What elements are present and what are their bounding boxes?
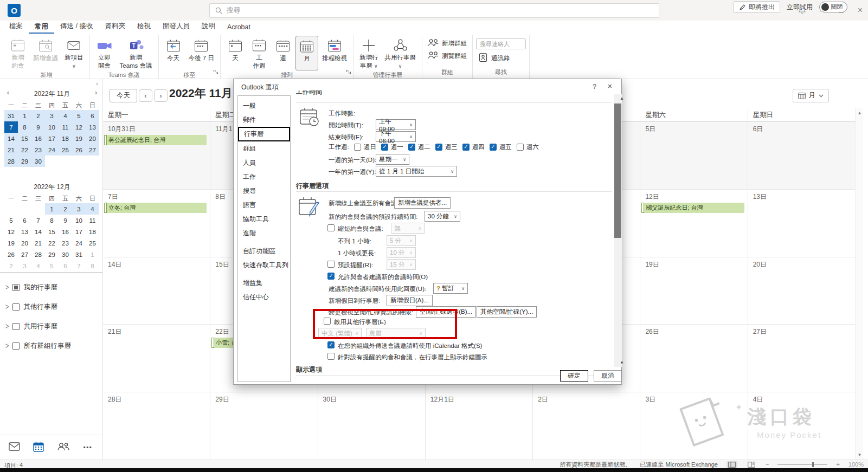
mini-day-cell[interactable]: 2 <box>31 110 45 121</box>
mini-day-cell[interactable]: 7 <box>72 260 86 271</box>
mini-day-cell[interactable]: 8 <box>18 121 31 133</box>
dialog-help-icon[interactable]: ? <box>593 83 596 90</box>
day-cell[interactable]: 21日 <box>103 325 210 392</box>
mini-day-cell[interactable]: 24 <box>72 237 86 249</box>
event-chip[interactable]: 蔣公誕辰紀念日; 台灣 <box>104 135 207 145</box>
group-list-button-1[interactable]: 瀏覽群組 <box>426 50 469 61</box>
menu-tab-6[interactable]: 說明 <box>196 20 221 34</box>
mini-day-cell[interactable]: 20 <box>86 133 99 144</box>
dialog-launcher-icon[interactable] <box>346 69 351 76</box>
day-cell[interactable]: 13日 <box>748 190 855 257</box>
mini-day-cell[interactable]: 26 <box>72 144 86 156</box>
cancel-button[interactable]: 取消 <box>594 370 622 382</box>
menu-tab-5[interactable]: 開發人員 <box>157 20 196 34</box>
mini-day-cell[interactable]: 21 <box>31 237 45 249</box>
menu-tab-0[interactable]: 檔案 <box>3 20 29 34</box>
mini-day-cell[interactable]: 24 <box>45 144 59 156</box>
mini-day-cell[interactable]: 23 <box>59 237 72 249</box>
day-cell[interactable]: 6日 <box>748 122 855 189</box>
sidebar-calendar-group-1[interactable]: >其他行事曆 <box>0 297 102 316</box>
workweek-checkbox-0[interactable] <box>354 144 361 151</box>
day-cell[interactable]: 28日 <box>103 392 210 460</box>
shorten-checkbox[interactable] <box>327 224 335 231</box>
default-reminder-checkbox[interactable] <box>327 261 335 268</box>
mini-day-cell[interactable]: 5 <box>72 110 86 121</box>
newitem-button[interactable]: 新項目∨ <box>62 36 86 70</box>
mini-day-cell[interactable]: 8 <box>45 215 59 226</box>
chevron-right-icon[interactable]: > <box>5 341 9 350</box>
dialog-nav-item-10[interactable]: 自訂功能區 <box>238 244 290 258</box>
mini-day-cell[interactable]: 1 <box>45 203 59 215</box>
day-cell[interactable]: 5日 <box>640 122 747 189</box>
prev-month-button[interactable]: ‹ <box>139 89 152 102</box>
mini-day-cell[interactable]: 7 <box>31 215 45 226</box>
mini-day-cell[interactable]: 17 <box>45 133 59 144</box>
mini-day-cell[interactable]: 25 <box>86 237 99 249</box>
day-cell[interactable]: 3日 <box>640 392 747 460</box>
calendar-group-checkbox[interactable] <box>12 284 20 291</box>
sidebar-calendar-group-3[interactable]: >所有群組行事曆 <box>0 336 102 355</box>
dialog-nav-item-6[interactable]: 搜尋 <box>238 184 290 198</box>
mini-day-cell[interactable]: 12 <box>72 121 86 133</box>
mini-day-cell[interactable]: 4 <box>86 203 99 215</box>
more-modules-icon[interactable]: ⋯ <box>83 442 92 452</box>
workweek-checkbox-5[interactable] <box>490 144 497 151</box>
mini-day-cell[interactable]: 27 <box>86 144 99 156</box>
mini-day-cell[interactable]: 11 <box>86 215 99 226</box>
mini-day-cell[interactable]: 8 <box>86 260 99 271</box>
propose-reply-select[interactable]: ? 暫訂∨ <box>433 283 468 294</box>
calendar-module-icon[interactable] <box>33 442 44 454</box>
day-cell[interactable]: 19日 <box>640 257 747 325</box>
mini-day-cell[interactable]: 7 <box>4 121 18 133</box>
mini-day-cell[interactable]: 20 <box>18 237 31 249</box>
bell-icon-checkbox[interactable] <box>327 353 335 360</box>
zoom-slider-thumb[interactable] <box>812 462 814 467</box>
dialog-close-icon[interactable]: × <box>608 82 612 90</box>
mini-day-cell[interactable]: 3 <box>72 203 86 215</box>
mini-day-cell[interactable]: 22 <box>45 237 59 249</box>
day-cell[interactable]: 12月1日 <box>425 392 532 460</box>
day-cell[interactable]: 29日 <box>210 392 317 460</box>
mini-day-cell[interactable]: 1 <box>18 110 31 121</box>
mini-day-cell[interactable]: 10 <box>72 215 86 226</box>
mini-day-cell[interactable]: 6 <box>18 215 31 226</box>
group-list-button-0[interactable]: 新增群組 <box>426 38 469 49</box>
mini-day-cell[interactable]: 13 <box>18 226 31 237</box>
mini-day-cell[interactable]: 14 <box>4 133 18 144</box>
mini-day-cell[interactable]: 2 <box>4 260 18 271</box>
dialog-scroll-up-icon[interactable]: ▲ <box>618 96 626 101</box>
mini-day-cell[interactable]: 13 <box>86 121 99 133</box>
mini-day-cell[interactable]: 3 <box>45 110 59 121</box>
mini-day-cell[interactable]: 26 <box>4 249 18 260</box>
mini-day-cell[interactable]: 27 <box>18 249 31 260</box>
mini-day-cell[interactable]: 5 <box>45 260 59 271</box>
mini-day-cell[interactable]: 18 <box>59 133 72 144</box>
mini-day-cell[interactable]: 31 <box>72 249 86 260</box>
mini-day-cell[interactable]: 15 <box>18 133 31 144</box>
mini-next-icon[interactable]: › <box>92 89 100 96</box>
mini-day-cell[interactable]: 14 <box>31 226 45 237</box>
month-view-button[interactable]: 月 <box>793 89 830 102</box>
search-input[interactable]: 搜尋 <box>209 3 659 18</box>
start-time-select[interactable]: 上午 09:00∨ <box>376 119 416 130</box>
menu-tab-4[interactable]: 檢視 <box>131 20 157 34</box>
workweek-checkbox-1[interactable] <box>381 144 388 151</box>
end-time-select[interactable]: 下午 06:00∨ <box>376 131 416 142</box>
close-icon[interactable]: × <box>858 5 863 15</box>
mini-day-cell[interactable]: 4 <box>31 260 45 271</box>
mini-day-cell[interactable]: 18 <box>86 226 99 237</box>
mail-module-icon[interactable] <box>9 442 20 452</box>
mini-day-cell[interactable]: 15 <box>45 226 59 237</box>
calendar-group-checkbox[interactable] <box>12 323 20 330</box>
dialog-nav-item-1[interactable]: 郵件 <box>238 113 290 127</box>
menu-tab-2[interactable]: 傳送 / 接收 <box>54 20 99 34</box>
mini-day-cell[interactable]: 30 <box>59 249 72 260</box>
add-holidays-button[interactable]: 新增假日(A)... <box>387 295 433 306</box>
workweek-checkbox-3[interactable] <box>435 144 442 151</box>
allow-propose-checkbox[interactable] <box>327 273 335 280</box>
icalendar-checkbox[interactable] <box>327 341 335 348</box>
calendar-group-checkbox[interactable] <box>12 342 20 350</box>
sidebar-calendar-group-0[interactable]: >我的行事曆 <box>0 277 102 297</box>
meetnow-button[interactable]: 立即開會 <box>93 36 116 70</box>
coming-soon-toggle[interactable]: 關閉 <box>819 2 847 12</box>
